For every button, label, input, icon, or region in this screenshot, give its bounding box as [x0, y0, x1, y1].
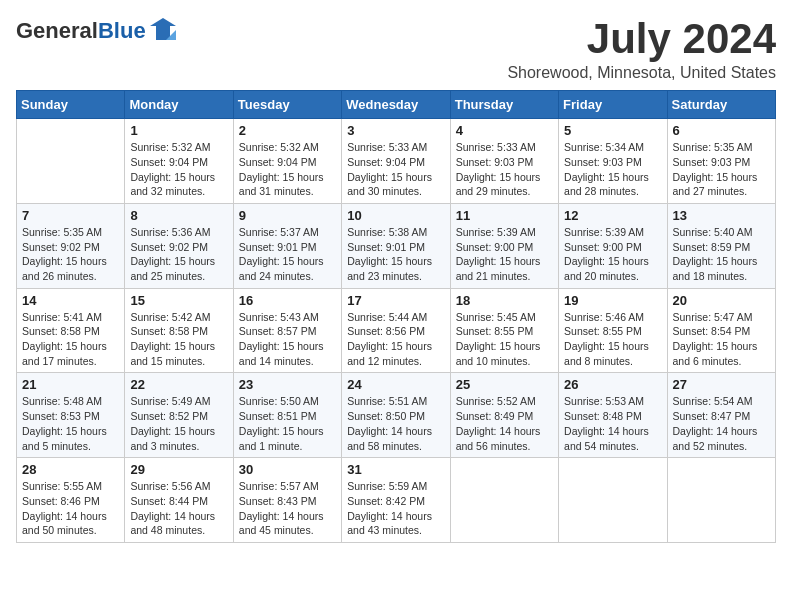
day-number: 14	[22, 293, 119, 308]
day-info: Sunrise: 5:49 AM Sunset: 8:52 PM Dayligh…	[130, 394, 227, 453]
calendar-cell: 5Sunrise: 5:34 AM Sunset: 9:03 PM Daylig…	[559, 119, 667, 204]
header-thursday: Thursday	[450, 91, 558, 119]
calendar-cell	[450, 458, 558, 543]
calendar-cell: 11Sunrise: 5:39 AM Sunset: 9:00 PM Dayli…	[450, 203, 558, 288]
calendar-cell: 25Sunrise: 5:52 AM Sunset: 8:49 PM Dayli…	[450, 373, 558, 458]
day-info: Sunrise: 5:56 AM Sunset: 8:44 PM Dayligh…	[130, 479, 227, 538]
calendar-cell: 19Sunrise: 5:46 AM Sunset: 8:55 PM Dayli…	[559, 288, 667, 373]
calendar-cell: 22Sunrise: 5:49 AM Sunset: 8:52 PM Dayli…	[125, 373, 233, 458]
day-info: Sunrise: 5:34 AM Sunset: 9:03 PM Dayligh…	[564, 140, 661, 199]
day-info: Sunrise: 5:52 AM Sunset: 8:49 PM Dayligh…	[456, 394, 553, 453]
day-info: Sunrise: 5:59 AM Sunset: 8:42 PM Dayligh…	[347, 479, 444, 538]
calendar-cell: 9Sunrise: 5:37 AM Sunset: 9:01 PM Daylig…	[233, 203, 341, 288]
calendar-cell: 17Sunrise: 5:44 AM Sunset: 8:56 PM Dayli…	[342, 288, 450, 373]
day-info: Sunrise: 5:36 AM Sunset: 9:02 PM Dayligh…	[130, 225, 227, 284]
day-info: Sunrise: 5:44 AM Sunset: 8:56 PM Dayligh…	[347, 310, 444, 369]
logo: GeneralBlue	[16, 16, 178, 46]
calendar-cell: 8Sunrise: 5:36 AM Sunset: 9:02 PM Daylig…	[125, 203, 233, 288]
calendar-cell: 3Sunrise: 5:33 AM Sunset: 9:04 PM Daylig…	[342, 119, 450, 204]
calendar-header-row: SundayMondayTuesdayWednesdayThursdayFrid…	[17, 91, 776, 119]
day-info: Sunrise: 5:42 AM Sunset: 8:58 PM Dayligh…	[130, 310, 227, 369]
calendar-cell: 31Sunrise: 5:59 AM Sunset: 8:42 PM Dayli…	[342, 458, 450, 543]
day-info: Sunrise: 5:35 AM Sunset: 9:02 PM Dayligh…	[22, 225, 119, 284]
day-number: 9	[239, 208, 336, 223]
day-info: Sunrise: 5:40 AM Sunset: 8:59 PM Dayligh…	[673, 225, 770, 284]
day-number: 21	[22, 377, 119, 392]
day-info: Sunrise: 5:39 AM Sunset: 9:00 PM Dayligh…	[456, 225, 553, 284]
day-info: Sunrise: 5:48 AM Sunset: 8:53 PM Dayligh…	[22, 394, 119, 453]
calendar-cell: 16Sunrise: 5:43 AM Sunset: 8:57 PM Dayli…	[233, 288, 341, 373]
logo-blue: Blue	[98, 18, 146, 43]
day-number: 5	[564, 123, 661, 138]
header-tuesday: Tuesday	[233, 91, 341, 119]
day-number: 28	[22, 462, 119, 477]
day-number: 1	[130, 123, 227, 138]
header-sunday: Sunday	[17, 91, 125, 119]
calendar-week-row: 14Sunrise: 5:41 AM Sunset: 8:58 PM Dayli…	[17, 288, 776, 373]
calendar-cell: 14Sunrise: 5:41 AM Sunset: 8:58 PM Dayli…	[17, 288, 125, 373]
calendar-cell	[667, 458, 775, 543]
day-number: 15	[130, 293, 227, 308]
calendar-week-row: 7Sunrise: 5:35 AM Sunset: 9:02 PM Daylig…	[17, 203, 776, 288]
calendar-cell: 10Sunrise: 5:38 AM Sunset: 9:01 PM Dayli…	[342, 203, 450, 288]
day-number: 7	[22, 208, 119, 223]
calendar-week-row: 21Sunrise: 5:48 AM Sunset: 8:53 PM Dayli…	[17, 373, 776, 458]
calendar-cell: 6Sunrise: 5:35 AM Sunset: 9:03 PM Daylig…	[667, 119, 775, 204]
day-number: 20	[673, 293, 770, 308]
day-number: 6	[673, 123, 770, 138]
calendar-cell: 18Sunrise: 5:45 AM Sunset: 8:55 PM Dayli…	[450, 288, 558, 373]
day-info: Sunrise: 5:38 AM Sunset: 9:01 PM Dayligh…	[347, 225, 444, 284]
day-number: 31	[347, 462, 444, 477]
day-info: Sunrise: 5:53 AM Sunset: 8:48 PM Dayligh…	[564, 394, 661, 453]
calendar-cell: 4Sunrise: 5:33 AM Sunset: 9:03 PM Daylig…	[450, 119, 558, 204]
day-number: 4	[456, 123, 553, 138]
day-info: Sunrise: 5:39 AM Sunset: 9:00 PM Dayligh…	[564, 225, 661, 284]
day-number: 25	[456, 377, 553, 392]
calendar-week-row: 28Sunrise: 5:55 AM Sunset: 8:46 PM Dayli…	[17, 458, 776, 543]
calendar-cell: 29Sunrise: 5:56 AM Sunset: 8:44 PM Dayli…	[125, 458, 233, 543]
calendar-cell	[559, 458, 667, 543]
day-number: 26	[564, 377, 661, 392]
day-number: 24	[347, 377, 444, 392]
day-info: Sunrise: 5:37 AM Sunset: 9:01 PM Dayligh…	[239, 225, 336, 284]
calendar-cell: 26Sunrise: 5:53 AM Sunset: 8:48 PM Dayli…	[559, 373, 667, 458]
day-number: 29	[130, 462, 227, 477]
calendar-cell: 7Sunrise: 5:35 AM Sunset: 9:02 PM Daylig…	[17, 203, 125, 288]
calendar-cell: 2Sunrise: 5:32 AM Sunset: 9:04 PM Daylig…	[233, 119, 341, 204]
day-number: 19	[564, 293, 661, 308]
day-number: 17	[347, 293, 444, 308]
day-number: 22	[130, 377, 227, 392]
day-number: 13	[673, 208, 770, 223]
calendar-cell: 21Sunrise: 5:48 AM Sunset: 8:53 PM Dayli…	[17, 373, 125, 458]
day-number: 10	[347, 208, 444, 223]
day-number: 27	[673, 377, 770, 392]
calendar-cell: 20Sunrise: 5:47 AM Sunset: 8:54 PM Dayli…	[667, 288, 775, 373]
calendar-table: SundayMondayTuesdayWednesdayThursdayFrid…	[16, 90, 776, 543]
day-info: Sunrise: 5:32 AM Sunset: 9:04 PM Dayligh…	[239, 140, 336, 199]
calendar-cell: 27Sunrise: 5:54 AM Sunset: 8:47 PM Dayli…	[667, 373, 775, 458]
day-info: Sunrise: 5:54 AM Sunset: 8:47 PM Dayligh…	[673, 394, 770, 453]
calendar-cell: 15Sunrise: 5:42 AM Sunset: 8:58 PM Dayli…	[125, 288, 233, 373]
calendar-cell: 12Sunrise: 5:39 AM Sunset: 9:00 PM Dayli…	[559, 203, 667, 288]
header-friday: Friday	[559, 91, 667, 119]
location-subtitle: Shorewood, Minnesota, United States	[507, 64, 776, 82]
logo-icon	[148, 16, 178, 46]
day-info: Sunrise: 5:41 AM Sunset: 8:58 PM Dayligh…	[22, 310, 119, 369]
calendar-week-row: 1Sunrise: 5:32 AM Sunset: 9:04 PM Daylig…	[17, 119, 776, 204]
calendar-cell: 30Sunrise: 5:57 AM Sunset: 8:43 PM Dayli…	[233, 458, 341, 543]
day-info: Sunrise: 5:43 AM Sunset: 8:57 PM Dayligh…	[239, 310, 336, 369]
day-number: 23	[239, 377, 336, 392]
day-info: Sunrise: 5:47 AM Sunset: 8:54 PM Dayligh…	[673, 310, 770, 369]
day-info: Sunrise: 5:55 AM Sunset: 8:46 PM Dayligh…	[22, 479, 119, 538]
title-block: July 2024 Shorewood, Minnesota, United S…	[507, 16, 776, 82]
month-title: July 2024	[507, 16, 776, 62]
calendar-cell: 23Sunrise: 5:50 AM Sunset: 8:51 PM Dayli…	[233, 373, 341, 458]
day-info: Sunrise: 5:33 AM Sunset: 9:04 PM Dayligh…	[347, 140, 444, 199]
day-info: Sunrise: 5:46 AM Sunset: 8:55 PM Dayligh…	[564, 310, 661, 369]
day-number: 2	[239, 123, 336, 138]
header-wednesday: Wednesday	[342, 91, 450, 119]
day-info: Sunrise: 5:33 AM Sunset: 9:03 PM Dayligh…	[456, 140, 553, 199]
day-number: 16	[239, 293, 336, 308]
day-info: Sunrise: 5:35 AM Sunset: 9:03 PM Dayligh…	[673, 140, 770, 199]
calendar-cell: 24Sunrise: 5:51 AM Sunset: 8:50 PM Dayli…	[342, 373, 450, 458]
